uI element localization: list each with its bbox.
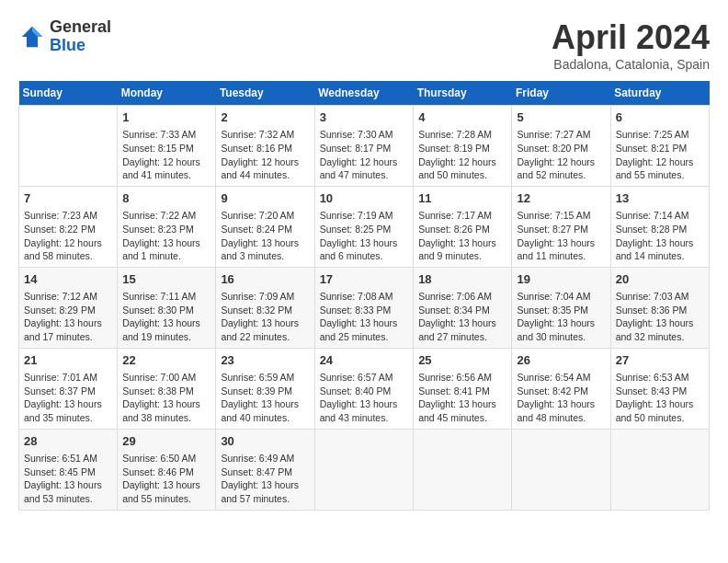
day-number: 13 (616, 190, 704, 207)
day-info: Sunrise: 7:14 AMSunset: 8:28 PMDaylight:… (616, 209, 704, 263)
calendar-cell: 12Sunrise: 7:15 AMSunset: 8:27 PMDayligh… (512, 186, 610, 267)
calendar-cell: 23Sunrise: 6:59 AMSunset: 8:39 PMDayligh… (216, 348, 314, 429)
day-number: 7 (24, 190, 112, 207)
calendar-cell (610, 429, 709, 510)
day-number: 1 (122, 109, 210, 126)
day-info: Sunrise: 7:04 AMSunset: 8:35 PMDaylight:… (517, 290, 605, 344)
day-info: Sunrise: 7:00 AMSunset: 8:38 PMDaylight:… (122, 371, 210, 425)
calendar-cell: 6Sunrise: 7:25 AMSunset: 8:21 PMDaylight… (610, 106, 709, 187)
day-info: Sunrise: 7:06 AMSunset: 8:34 PMDaylight:… (418, 290, 506, 344)
day-info: Sunrise: 7:15 AMSunset: 8:27 PMDaylight:… (517, 209, 605, 263)
week-row-1: 1Sunrise: 7:33 AMSunset: 8:15 PMDaylight… (19, 106, 710, 187)
calendar-cell: 1Sunrise: 7:33 AMSunset: 8:15 PMDaylight… (118, 106, 216, 187)
day-number: 26 (517, 352, 605, 369)
day-info: Sunrise: 6:50 AMSunset: 8:46 PMDaylight:… (122, 452, 210, 506)
calendar-cell (414, 429, 512, 510)
day-info: Sunrise: 7:11 AMSunset: 8:30 PMDaylight:… (122, 290, 210, 344)
day-header-saturday: Saturday (610, 81, 709, 106)
logo-blue-text: Blue (50, 36, 85, 54)
calendar-cell: 25Sunrise: 6:56 AMSunset: 8:41 PMDayligh… (414, 348, 512, 429)
day-number: 15 (122, 271, 210, 288)
calendar-cell: 29Sunrise: 6:50 AMSunset: 8:46 PMDayligh… (118, 429, 216, 510)
logo-general-text: General (50, 17, 111, 36)
day-info: Sunrise: 7:12 AMSunset: 8:29 PMDaylight:… (24, 290, 112, 344)
calendar-cell: 27Sunrise: 6:53 AMSunset: 8:43 PMDayligh… (610, 348, 709, 429)
calendar-cell: 21Sunrise: 7:01 AMSunset: 8:37 PMDayligh… (19, 348, 118, 429)
day-header-wednesday: Wednesday (314, 81, 414, 106)
day-info: Sunrise: 6:57 AMSunset: 8:40 PMDaylight:… (320, 371, 409, 425)
day-number: 8 (122, 190, 210, 207)
day-info: Sunrise: 7:32 AMSunset: 8:16 PMDaylight:… (221, 128, 309, 182)
day-info: Sunrise: 7:08 AMSunset: 8:33 PMDaylight:… (320, 290, 409, 344)
week-row-4: 21Sunrise: 7:01 AMSunset: 8:37 PMDayligh… (19, 348, 710, 429)
calendar-cell: 15Sunrise: 7:11 AMSunset: 8:30 PMDayligh… (118, 267, 216, 348)
location-text: Badalona, Catalonia, Spain (552, 57, 710, 72)
calendar-cell: 14Sunrise: 7:12 AMSunset: 8:29 PMDayligh… (19, 267, 118, 348)
calendar-cell: 26Sunrise: 6:54 AMSunset: 8:42 PMDayligh… (512, 348, 610, 429)
day-number: 30 (221, 433, 309, 450)
page-header: General Blue April 2024 Badalona, Catalo… (18, 18, 710, 72)
day-number: 12 (517, 190, 605, 207)
day-header-sunday: Sunday (19, 81, 118, 106)
month-title: April 2024 (552, 18, 710, 57)
day-number: 5 (517, 109, 605, 126)
calendar-cell: 19Sunrise: 7:04 AMSunset: 8:35 PMDayligh… (512, 267, 610, 348)
day-info: Sunrise: 6:54 AMSunset: 8:42 PMDaylight:… (517, 371, 605, 425)
calendar-table: SundayMondayTuesdayWednesdayThursdayFrid… (18, 81, 710, 511)
calendar-cell: 28Sunrise: 6:51 AMSunset: 8:45 PMDayligh… (19, 429, 118, 510)
day-info: Sunrise: 7:28 AMSunset: 8:19 PMDaylight:… (418, 128, 506, 182)
title-block: April 2024 Badalona, Catalonia, Spain (552, 18, 710, 72)
day-info: Sunrise: 7:23 AMSunset: 8:22 PMDaylight:… (24, 209, 112, 263)
day-number: 9 (221, 190, 309, 207)
calendar-cell: 4Sunrise: 7:28 AMSunset: 8:19 PMDaylight… (414, 106, 512, 187)
calendar-cell (512, 429, 610, 510)
header-row: SundayMondayTuesdayWednesdayThursdayFrid… (19, 81, 710, 106)
day-number: 24 (320, 352, 409, 369)
week-row-5: 28Sunrise: 6:51 AMSunset: 8:45 PMDayligh… (19, 429, 710, 510)
day-number: 11 (418, 190, 506, 207)
day-header-monday: Monday (118, 81, 216, 106)
day-info: Sunrise: 7:09 AMSunset: 8:32 PMDaylight:… (221, 290, 309, 344)
day-number: 3 (320, 109, 409, 126)
day-info: Sunrise: 6:59 AMSunset: 8:39 PMDaylight:… (221, 371, 309, 425)
day-number: 28 (24, 433, 112, 450)
calendar-cell: 11Sunrise: 7:17 AMSunset: 8:26 PMDayligh… (414, 186, 512, 267)
calendar-cell: 9Sunrise: 7:20 AMSunset: 8:24 PMDaylight… (216, 186, 314, 267)
day-info: Sunrise: 6:49 AMSunset: 8:47 PMDaylight:… (221, 452, 309, 506)
calendar-cell: 10Sunrise: 7:19 AMSunset: 8:25 PMDayligh… (314, 186, 414, 267)
day-info: Sunrise: 7:22 AMSunset: 8:23 PMDaylight:… (122, 209, 210, 263)
day-number: 23 (221, 352, 309, 369)
day-info: Sunrise: 7:33 AMSunset: 8:15 PMDaylight:… (122, 128, 210, 182)
day-info: Sunrise: 6:53 AMSunset: 8:43 PMDaylight:… (616, 371, 704, 425)
logo: General Blue (18, 18, 111, 55)
calendar-cell: 3Sunrise: 7:30 AMSunset: 8:17 PMDaylight… (314, 106, 414, 187)
calendar-cell: 16Sunrise: 7:09 AMSunset: 8:32 PMDayligh… (216, 267, 314, 348)
calendar-cell: 2Sunrise: 7:32 AMSunset: 8:16 PMDaylight… (216, 106, 314, 187)
day-number: 17 (320, 271, 409, 288)
day-info: Sunrise: 7:25 AMSunset: 8:21 PMDaylight:… (616, 128, 704, 182)
calendar-cell: 18Sunrise: 7:06 AMSunset: 8:34 PMDayligh… (414, 267, 512, 348)
calendar-cell: 13Sunrise: 7:14 AMSunset: 8:28 PMDayligh… (610, 186, 709, 267)
day-number: 10 (320, 190, 409, 207)
calendar-cell: 20Sunrise: 7:03 AMSunset: 8:36 PMDayligh… (610, 267, 709, 348)
day-info: Sunrise: 7:03 AMSunset: 8:36 PMDaylight:… (616, 290, 704, 344)
day-number: 19 (517, 271, 605, 288)
day-header-thursday: Thursday (414, 81, 512, 106)
day-number: 18 (418, 271, 506, 288)
logo-icon (18, 23, 46, 51)
calendar-cell (19, 106, 118, 187)
day-info: Sunrise: 7:19 AMSunset: 8:25 PMDaylight:… (320, 209, 409, 263)
day-number: 20 (616, 271, 704, 288)
day-number: 27 (616, 352, 704, 369)
day-number: 21 (24, 352, 112, 369)
calendar-cell: 30Sunrise: 6:49 AMSunset: 8:47 PMDayligh… (216, 429, 314, 510)
calendar-cell: 24Sunrise: 6:57 AMSunset: 8:40 PMDayligh… (314, 348, 414, 429)
week-row-2: 7Sunrise: 7:23 AMSunset: 8:22 PMDaylight… (19, 186, 710, 267)
day-header-tuesday: Tuesday (216, 81, 314, 106)
day-number: 2 (221, 109, 309, 126)
calendar-cell: 7Sunrise: 7:23 AMSunset: 8:22 PMDaylight… (19, 186, 118, 267)
day-info: Sunrise: 6:56 AMSunset: 8:41 PMDaylight:… (418, 371, 506, 425)
day-info: Sunrise: 6:51 AMSunset: 8:45 PMDaylight:… (24, 452, 112, 506)
calendar-cell: 17Sunrise: 7:08 AMSunset: 8:33 PMDayligh… (314, 267, 414, 348)
calendar-cell: 22Sunrise: 7:00 AMSunset: 8:38 PMDayligh… (118, 348, 216, 429)
